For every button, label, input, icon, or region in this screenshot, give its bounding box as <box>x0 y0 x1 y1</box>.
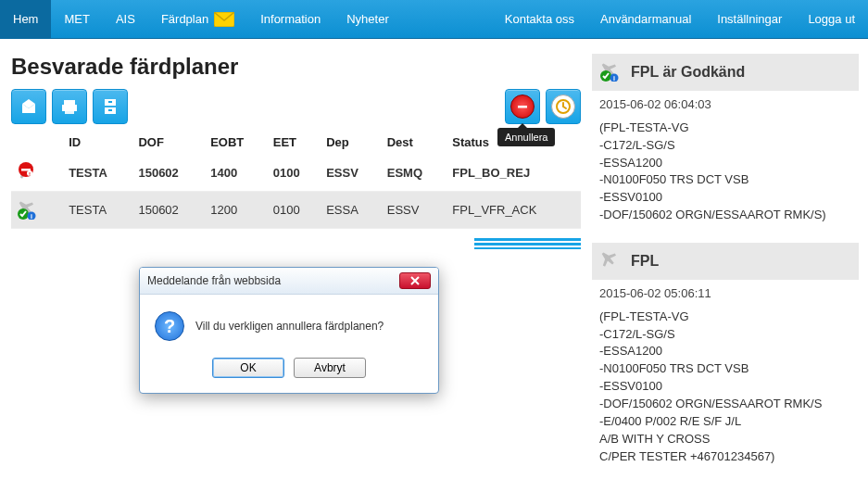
dialog-title: Meddelande från webbsida <box>147 274 399 287</box>
cell-eobt: 1200 <box>205 192 268 229</box>
minus-circle-icon <box>510 95 535 119</box>
svg-rect-7 <box>108 109 112 111</box>
nav-fardplan-label: Färdplan <box>161 12 208 26</box>
dialog-ok-button[interactable]: OK <box>212 358 284 378</box>
fpl-line: A/B WITH Y CROSS <box>599 431 851 448</box>
delay-button[interactable] <box>546 89 581 124</box>
svg-rect-3 <box>65 109 74 114</box>
side-panel: iFPL är Godkänd2015-06-02 06:04:03(FPL-T… <box>592 54 859 233</box>
top-nav: Hem MET AIS Färdplan Information Nyheter… <box>0 0 868 39</box>
th-icon <box>11 130 63 155</box>
cell-dof: 150602 <box>132 192 205 229</box>
confirm-dialog: Meddelande från webbsida ? Vill du verkl… <box>139 267 439 394</box>
clock-icon <box>551 95 575 119</box>
side-panel: FPL2015-06-02 05:06:11(FPL-TESTA-VG-C172… <box>592 243 859 474</box>
separator-stripes <box>474 236 581 249</box>
cell-dest: ESSV <box>382 192 447 229</box>
nav-nyheter[interactable]: Nyheter <box>333 0 402 38</box>
flightplan-table: ID DOF EOBT EET Dep Dest Status !TESTA15… <box>11 130 581 229</box>
fpl-line: -N0100F050 TRS DCT VSB <box>599 171 851 189</box>
th-dep: Dep <box>321 130 382 155</box>
cell-id: TESTA <box>63 192 132 229</box>
dialog-titlebar: Meddelande från webbsida <box>140 268 438 295</box>
table-header-row: ID DOF EOBT EET Dep Dest Status <box>11 130 581 155</box>
panel-timestamp: 2015-06-02 05:06:11 <box>599 285 851 303</box>
cell-dep: ESSA <box>321 192 382 229</box>
dialog-close-button[interactable] <box>399 272 431 289</box>
nav-ais[interactable]: AIS <box>103 0 148 38</box>
fpl-line: (FPL-TESTA-VG <box>599 309 851 326</box>
open-button[interactable] <box>11 89 46 124</box>
panel-header: FPL <box>592 243 859 280</box>
panel-title: FPL är Godkänd <box>631 64 745 81</box>
side-panels: iFPL är Godkänd2015-06-02 06:04:03(FPL-T… <box>592 54 868 479</box>
nav-manual[interactable]: Användarmanual <box>587 0 704 38</box>
fpl-line: -DOF/150602 ORGN/ESSAAROT RMK/S <box>599 396 851 413</box>
panel-timestamp: 2015-06-02 06:04:03 <box>599 96 851 114</box>
th-dof: DOF <box>132 130 205 155</box>
rejected-icon: ! <box>17 160 43 179</box>
fpl-line: -N0100F050 TRS DCT VSB <box>599 360 851 378</box>
question-icon: ? <box>155 311 184 341</box>
fpl-line: -E/0400 P/002 R/E S/F J/L <box>599 413 851 431</box>
cell-status: FPL_BO_REJ <box>447 155 581 192</box>
fpl-line: -DOF/150602 ORGN/ESSAAROT RMK/S) <box>599 207 851 224</box>
nav-fardplan[interactable]: Färdplan <box>148 0 247 38</box>
toolbar: Annullera <box>11 89 581 124</box>
cell-eobt: 1400 <box>205 155 268 192</box>
th-eobt: EOBT <box>205 130 268 155</box>
nav-loggaut[interactable]: Logga ut <box>795 0 868 38</box>
approved-icon: i <box>17 197 43 216</box>
fpl-line: -C172/L-SG/S <box>599 137 851 155</box>
cancel-button[interactable]: Annullera <box>505 89 540 124</box>
nav-met[interactable]: MET <box>51 0 102 38</box>
fpl-line: -ESSV0100 <box>599 378 851 396</box>
page-title: Besvarade färdplaner <box>11 54 581 80</box>
table-row[interactable]: !TESTA15060214000100ESSVESMQFPL_BO_REJ <box>11 155 581 192</box>
svg-text:i: i <box>31 213 32 220</box>
dialog-cancel-button[interactable]: Avbryt <box>294 358 366 378</box>
th-dest: Dest <box>382 130 447 155</box>
svg-rect-6 <box>108 101 112 103</box>
cell-eet: 0100 <box>268 192 321 229</box>
archive-button[interactable] <box>93 89 128 124</box>
cell-dep: ESSV <box>321 155 382 192</box>
nav-installningar[interactable]: Inställningar <box>704 0 795 38</box>
fpl-line: -ESSV0100 <box>599 189 851 207</box>
close-icon <box>409 276 421 285</box>
row-status-icon: ! <box>11 155 63 192</box>
fpl-line: -ESSA1200 <box>599 343 851 360</box>
svg-text:i: i <box>613 75 615 82</box>
mail-icon <box>214 12 234 27</box>
panel-body: 2015-06-02 05:06:11(FPL-TESTA-VG-C172/L-… <box>592 280 859 474</box>
table-row[interactable]: iTESTA15060212000100ESSAESSVFPL_VFR_ACK <box>11 192 581 229</box>
nav-hem[interactable]: Hem <box>0 0 51 38</box>
plane-icon <box>599 248 625 274</box>
svg-rect-8 <box>518 106 527 108</box>
fpl-line: -ESSA1200 <box>599 155 851 172</box>
fpl-line: C/PER TESTER +46701234567) <box>599 448 851 466</box>
dialog-message: Vill du verkligen annullera färdplanen? <box>195 320 384 333</box>
cell-dof: 150602 <box>132 155 205 192</box>
cell-eet: 0100 <box>268 155 321 192</box>
panel-body: 2015-06-02 06:04:03(FPL-TESTA-VG-C172/L-… <box>592 91 859 233</box>
print-button[interactable] <box>52 89 87 124</box>
cancel-tooltip: Annullera <box>497 128 555 146</box>
cell-status: FPL_VFR_ACK <box>447 192 581 229</box>
panel-header: iFPL är Godkänd <box>592 54 859 91</box>
panel-title: FPL <box>631 253 659 270</box>
th-id: ID <box>63 130 132 155</box>
svg-text:!: ! <box>29 171 31 177</box>
row-status-icon: i <box>11 192 63 229</box>
nav-information[interactable]: Information <box>247 0 333 38</box>
nav-kontakta[interactable]: Kontakta oss <box>492 0 587 38</box>
fpl-line: (FPL-TESTA-VG <box>599 120 851 137</box>
cell-id: TESTA <box>63 155 132 192</box>
fpl-line: -C172/L-SG/S <box>599 326 851 344</box>
th-eet: EET <box>268 130 321 155</box>
approved-icon: i <box>599 59 625 85</box>
svg-rect-1 <box>64 100 75 105</box>
cell-dest: ESMQ <box>382 155 447 192</box>
